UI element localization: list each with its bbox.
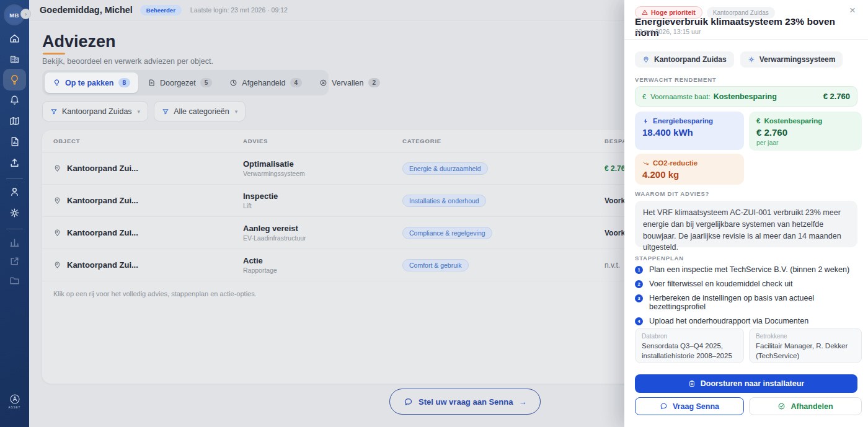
why-advice-text: Het VRF klimaatsysteem AC-ZUI-001 verbru… [635,201,857,247]
metric-label: Energiebesparing [653,117,713,125]
bell-icon[interactable] [9,94,20,106]
history-clock-icon [229,79,237,87]
metric-value: 4.200 kg [642,169,737,180]
step-text: Upload het onderhoudrapport via Document… [649,317,808,325]
object-name: Kantoorpand Zui... [67,228,138,237]
advice-title: Actie [243,256,402,265]
ask-senna-secondary-button[interactable]: Vraag Senna [635,397,744,415]
system-gear-icon [748,56,755,63]
location-pin-icon [53,164,61,172]
forward-to-installer-button[interactable]: Doorsturen naar installateur [635,374,857,393]
energy-saving-card: Energiebesparing 18.400 kWh [635,112,744,150]
analytics-chart-icon[interactable] [9,236,20,248]
category-badge: Energie & duurzaamheid [402,162,488,175]
x-circle-icon [319,79,327,87]
location-pin-icon [53,196,61,205]
step-item: 4 Upload het onderhoudrapport via Docume… [635,317,857,325]
tab-afgehandeld[interactable]: Afgehandeld 4 [221,73,310,93]
tab-label: Vervallen [332,79,363,87]
ask-button-label: Vraag Senna [673,402,719,411]
step-item: 2 Voer filterwissel en koudemiddel check… [635,280,857,288]
tab-label: Op te pakken [65,79,114,87]
stakeholder-text: Facilitair Manager, R. Dekker (TechServi… [756,341,855,361]
object-filter-dropdown[interactable]: Kantoorpand Zuidas ▾ [42,101,148,121]
home-icon[interactable] [9,32,20,44]
lightning-icon [642,118,649,125]
role-badge: Beheerder [140,5,182,15]
chevron-down-icon: ▾ [138,108,141,115]
step-number: 3 [635,294,643,302]
ask-senna-label: Stel uw vraag aan Senna [418,397,513,407]
stakeholder-box: Betrokkene Facilitair Manager, R. Dekker… [749,328,862,363]
category-filter-dropdown[interactable]: Alle categorieën ▾ [154,101,246,121]
datasource-box: Databron Sensordata Q3–Q4 2025, installa… [635,328,744,363]
benefit-value: Kostenbesparing [714,92,777,101]
location-pin-icon [642,56,650,63]
euro-icon: € [756,117,760,125]
advice-detail-datetime: 22 mrt 2026, 13:15 uur [635,28,701,35]
advice-subtitle: Verwarmingssysteem [243,170,402,177]
upload-icon[interactable] [9,157,20,169]
advice-subtitle: Rapportage [243,266,402,274]
chat-bubble-icon [404,397,413,407]
sidebar-divider [6,178,23,179]
document-icon [148,79,156,87]
page-title: Adviezen [42,32,116,51]
category-badge: Comfort & gebruik [402,259,469,271]
column-header-object: OBJECT [53,138,243,144]
brand-logo-text: ASSET [0,406,29,409]
system-chip-label: Verwarmingssysteem [760,55,836,64]
external-link-icon[interactable] [9,255,20,267]
trending-down-icon [642,160,649,167]
tab-op-te-pakken[interactable]: Op te pakken 8 [45,73,138,93]
panel-chips: Kantoorpand Zuidas Verwarmingssysteem [635,51,843,68]
metric-label: CO2-reductie [653,159,698,167]
step-text: Voer filterwissel en koudemiddel check u… [649,280,792,288]
column-header-advies: ADVIES [243,138,402,144]
main-benefit-banner: € Voornaamste baat: Kostenbesparing € 2.… [635,86,857,107]
tab-doorgezet[interactable]: Doorgezet 5 [140,73,220,93]
co2-reduction-card: CO2-reductie 4.200 kg [635,154,744,185]
forward-button-label: Doorsturen naar installateur [701,379,804,388]
euro-icon: € [642,93,646,100]
report-document-icon[interactable] [9,136,20,147]
settings-gear-icon[interactable] [9,207,20,219]
benefit-amount: € 2.760 [823,92,850,101]
panel-divider [624,39,868,40]
app-screen: MB [0,0,868,427]
object-name: Kantoorpand Zui... [67,164,138,173]
folder-icon[interactable] [9,275,20,286]
object-chip-label: Kantoorpand Zuidas [654,55,727,64]
close-icon[interactable]: × [849,5,856,15]
step-item: 3 Herbereken de instellingen op basis va… [635,294,857,311]
user-icon[interactable] [9,186,20,198]
tab-vervallen[interactable]: Vervallen 2 [311,73,388,93]
metric-value: € 2.760 [756,127,854,138]
buildings-icon[interactable] [9,53,20,64]
title-accent-underline [43,53,65,55]
step-text: Plan een inspectie met TechService B.V. … [649,265,849,274]
step-item: 1 Plan een inspectie met TechService B.V… [635,265,857,274]
priority-badge-label: Hoge prioriteit [651,9,696,16]
sidebar-collapse-button[interactable]: › [20,9,31,19]
ask-senna-button[interactable]: Stel uw vraag aan Senna → [389,389,541,415]
tab-count-badge: 4 [290,78,303,87]
last-login-text: Laatste login: 23 mrt 2026 · 09:12 [190,6,288,14]
advice-subtitle: EV-Laadinfrastructuur [243,234,402,242]
chevron-down-icon: ▾ [235,108,238,115]
sidebar: MB [0,0,29,427]
step-number: 1 [635,266,643,274]
lightbulb-icon[interactable] [9,74,20,86]
benefit-label: Voornaamste baat: [650,93,711,100]
map-icon[interactable] [9,115,20,127]
tab-count-badge: 2 [368,78,381,87]
resolve-button[interactable]: Afhandelen [749,397,862,415]
lightbulb-icon [53,79,61,87]
arrow-right-icon: → [518,397,526,407]
filter-value: Kantoorpand Zuidas [62,107,132,116]
metric-value: 18.400 kWh [642,127,737,138]
location-pin-icon [53,261,61,269]
object-name: Kantoorpand Zui... [67,260,138,270]
funnel-icon [162,108,169,115]
check-circle-icon [777,402,786,410]
